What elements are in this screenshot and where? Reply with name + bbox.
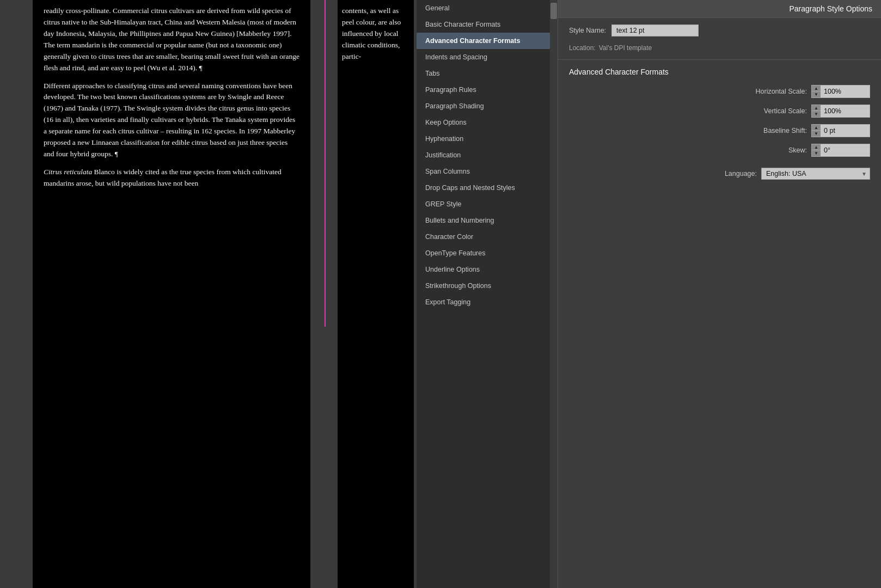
baseline-shift-spinners[interactable]: ▲ ▼ [812, 125, 821, 137]
language-select-wrapper[interactable]: English: USA English: UK French German S… [761, 168, 870, 180]
panel-title-bar: Paragraph Style Options [558, 0, 881, 18]
vertical-scale-input[interactable] [821, 106, 870, 117]
baseline-shift-input-group: ▲ ▼ [811, 124, 870, 137]
menu-item-span-columns[interactable]: Span Columns [417, 163, 558, 180]
skew-row: Skew: ▲ ▼ [569, 144, 870, 157]
menu-item-export-tagging[interactable]: Export Tagging [417, 294, 558, 310]
language-select[interactable]: English: USA English: UK French German S… [761, 168, 870, 180]
menu-item-drop-caps-nested[interactable]: Drop Caps and Nested Styles [417, 180, 558, 196]
baseline-shift-down[interactable]: ▼ [812, 131, 821, 137]
menu-item-opentype-features[interactable]: OpenType Features [417, 245, 558, 261]
baseline-shift-up[interactable]: ▲ [812, 125, 821, 131]
horizontal-scale-row: Horizontal Scale: ▲ ▼ [569, 85, 870, 98]
skew-spinners[interactable]: ▲ ▼ [812, 144, 821, 156]
menu-item-strikethrough-options[interactable]: Strikethrough Options [417, 278, 558, 294]
document-middle: contents, as well as peel colour, are al… [338, 0, 417, 588]
sidebar-scrollbar[interactable] [550, 0, 558, 588]
horizontal-scale-up[interactable]: ▲ [812, 85, 821, 91]
document-page: readily cross-pollinate. Commercial citr… [33, 0, 310, 588]
divider-1 [558, 59, 881, 60]
horizontal-scale-spinners[interactable]: ▲ ▼ [812, 85, 821, 97]
panel-title: Paragraph Style Options [789, 4, 872, 13]
doc-paragraph-2: Different approaches to classifying citr… [44, 81, 299, 160]
menu-item-paragraph-shading[interactable]: Paragraph Shading [417, 98, 558, 114]
baseline-shift-input[interactable] [821, 125, 870, 136]
baseline-shift-row: Baseline Shift: ▲ ▼ [569, 124, 870, 137]
style-name-row: Style Name: [558, 18, 881, 43]
menu-item-character-color[interactable]: Character Color [417, 229, 558, 245]
document-area: readily cross-pollinate. Commercial citr… [0, 0, 338, 588]
location-row: Location: Val's DPI template [558, 43, 881, 57]
style-name-label: Style Name: [569, 27, 606, 34]
doc-middle-text: contents, as well as peel colour, are al… [342, 5, 409, 63]
vertical-scale-down[interactable]: ▼ [812, 111, 821, 117]
skew-label: Skew: [720, 146, 807, 154]
menu-item-indents-spacing[interactable]: Indents and Spacing [417, 49, 558, 65]
menu-item-general[interactable]: General [417, 0, 558, 16]
vertical-scale-label: Vertical Scale: [720, 107, 807, 115]
doc-paragraph-1: readily cross-pollinate. Commercial citr… [44, 5, 299, 74]
vertical-scale-spinners[interactable]: ▲ ▼ [812, 105, 821, 117]
menu-item-basic-char-formats[interactable]: Basic Character Formats [417, 16, 558, 33]
sidebar-menu: General Basic Character Formats Advanced… [417, 0, 558, 588]
skew-down[interactable]: ▼ [812, 150, 821, 156]
vertical-scale-row: Vertical Scale: ▲ ▼ [569, 105, 870, 118]
horizontal-scale-label: Horizontal Scale: [720, 88, 807, 95]
language-label: Language: [670, 170, 757, 177]
vertical-scale-input-group: ▲ ▼ [811, 105, 870, 118]
doc-paragraph-3: Citrus reticulata Blanco is widely cited… [44, 167, 299, 189]
form-rows: Horizontal Scale: ▲ ▼ Vertical Scale: ▲ … [558, 85, 881, 157]
doc-middle-page: contents, as well as peel colour, are al… [338, 0, 414, 588]
menu-item-advanced-char-formats[interactable]: Advanced Character Formats [417, 33, 558, 49]
section-title: Advanced Character Formats [558, 62, 881, 85]
horizontal-scale-input-group: ▲ ▼ [811, 85, 870, 98]
menu-item-underline-options[interactable]: Underline Options [417, 261, 558, 278]
menu-item-paragraph-rules[interactable]: Paragraph Rules [417, 82, 558, 98]
horizontal-scale-down[interactable]: ▼ [812, 91, 821, 97]
vertical-scale-up[interactable]: ▲ [812, 105, 821, 111]
baseline-shift-label: Baseline Shift: [720, 127, 807, 134]
location-label: Location: [569, 44, 596, 52]
language-row: Language: English: USA English: UK Frenc… [558, 157, 881, 180]
location-value: Val's DPI template [599, 44, 652, 52]
right-panel: Paragraph Style Options Style Name: Loca… [558, 0, 881, 588]
menu-item-tabs[interactable]: Tabs [417, 65, 558, 82]
menu-item-justification[interactable]: Justification [417, 147, 558, 163]
menu-item-hyphenation[interactable]: Hyphenation [417, 131, 558, 147]
document-text: readily cross-pollinate. Commercial citr… [44, 5, 299, 189]
menu-item-grep-style[interactable]: GREP Style [417, 196, 558, 212]
horizontal-scale-input[interactable] [821, 86, 870, 97]
skew-input-group: ▲ ▼ [811, 144, 870, 157]
scrollbar-thumb[interactable] [550, 3, 557, 19]
purple-guide-right [325, 0, 326, 327]
skew-input[interactable] [821, 145, 870, 156]
skew-up[interactable]: ▲ [812, 144, 821, 150]
menu-item-keep-options[interactable]: Keep Options [417, 114, 558, 131]
style-name-input[interactable] [611, 24, 699, 36]
menu-item-bullets-numbering[interactable]: Bullets and Numbering [417, 212, 558, 229]
